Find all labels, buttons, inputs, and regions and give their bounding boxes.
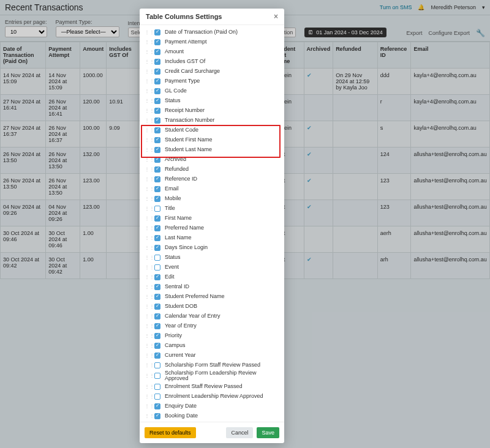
column-option[interactable]: ⋮⋮Email bbox=[143, 184, 281, 194]
column-option[interactable]: ⋮⋮Days Since Login bbox=[143, 243, 281, 253]
reset-defaults-button[interactable]: Reset to defaults bbox=[145, 427, 196, 438]
drag-handle-icon[interactable]: ⋮⋮ bbox=[145, 216, 149, 221]
column-option[interactable]: ⋮⋮Student DOB bbox=[143, 302, 281, 312]
drag-handle-icon[interactable]: ⋮⋮ bbox=[145, 324, 149, 329]
drag-handle-icon[interactable]: ⋮⋮ bbox=[145, 108, 149, 113]
drag-handle-icon[interactable]: ⋮⋮ bbox=[145, 255, 149, 260]
column-checkbox[interactable] bbox=[154, 333, 160, 339]
column-option[interactable]: ⋮⋮Student First Name bbox=[143, 135, 281, 145]
column-option[interactable]: ⋮⋮Preferred Name bbox=[143, 223, 281, 233]
column-option[interactable]: ⋮⋮Reference ID bbox=[143, 174, 281, 184]
cancel-button[interactable]: Cancel bbox=[226, 427, 253, 438]
column-checkbox[interactable] bbox=[154, 108, 160, 114]
drag-handle-icon[interactable]: ⋮⋮ bbox=[145, 353, 149, 358]
drag-handle-icon[interactable]: ⋮⋮ bbox=[145, 285, 149, 289]
column-option[interactable]: ⋮⋮Refunded bbox=[143, 165, 281, 174]
column-checkbox[interactable] bbox=[154, 88, 160, 94]
drag-handle-icon[interactable]: ⋮⋮ bbox=[145, 99, 149, 103]
column-option[interactable]: ⋮⋮Payment Attempt bbox=[143, 37, 281, 47]
column-option[interactable]: ⋮⋮Receipt Number bbox=[143, 106, 281, 116]
column-option[interactable]: ⋮⋮Student Code bbox=[143, 125, 281, 135]
column-option[interactable]: ⋮⋮Status bbox=[143, 253, 281, 263]
drag-handle-icon[interactable]: ⋮⋮ bbox=[145, 30, 149, 35]
column-option[interactable]: ⋮⋮Calendar Year of Entry bbox=[143, 312, 281, 321]
drag-handle-icon[interactable]: ⋮⋮ bbox=[145, 89, 149, 94]
drag-handle-icon[interactable]: ⋮⋮ bbox=[145, 59, 149, 64]
column-checkbox[interactable] bbox=[154, 284, 160, 290]
drag-handle-icon[interactable]: ⋮⋮ bbox=[145, 226, 149, 231]
drag-handle-icon[interactable]: ⋮⋮ bbox=[145, 414, 149, 419]
save-button[interactable]: Save bbox=[257, 427, 279, 438]
column-option[interactable]: ⋮⋮Includes GST Of bbox=[143, 57, 281, 67]
column-option[interactable]: ⋮⋮Payment Type bbox=[143, 77, 281, 86]
column-checkbox[interactable] bbox=[154, 343, 160, 349]
column-checkbox[interactable] bbox=[154, 39, 160, 45]
column-checkbox[interactable] bbox=[154, 215, 160, 222]
column-checkbox[interactable] bbox=[154, 373, 160, 379]
column-option[interactable]: ⋮⋮Amount bbox=[143, 47, 281, 57]
column-checkbox[interactable] bbox=[154, 69, 160, 75]
column-option[interactable]: ⋮⋮Edit bbox=[143, 272, 281, 282]
column-checkbox[interactable] bbox=[154, 29, 160, 35]
drag-handle-icon[interactable]: ⋮⋮ bbox=[145, 394, 149, 399]
column-option[interactable]: ⋮⋮Year of Entry bbox=[143, 321, 281, 331]
drag-handle-icon[interactable]: ⋮⋮ bbox=[145, 265, 149, 270]
drag-handle-icon[interactable]: ⋮⋮ bbox=[145, 343, 149, 348]
column-checkbox[interactable] bbox=[154, 394, 160, 400]
column-checkbox[interactable] bbox=[154, 294, 160, 300]
column-checkbox[interactable] bbox=[154, 166, 160, 173]
column-option[interactable]: ⋮⋮Transaction Number bbox=[143, 116, 281, 125]
column-option[interactable]: ⋮⋮Status bbox=[143, 96, 281, 106]
drag-handle-icon[interactable]: ⋮⋮ bbox=[145, 373, 149, 378]
column-option[interactable]: ⋮⋮Booking Date bbox=[143, 411, 281, 421]
column-checkbox[interactable] bbox=[154, 245, 160, 251]
column-checkbox[interactable] bbox=[154, 225, 160, 231]
column-checkbox[interactable] bbox=[154, 98, 160, 104]
column-option[interactable]: ⋮⋮Campus bbox=[143, 341, 281, 351]
drag-handle-icon[interactable]: ⋮⋮ bbox=[145, 245, 149, 250]
column-option[interactable]: ⋮⋮Priority bbox=[143, 331, 281, 341]
drag-handle-icon[interactable]: ⋮⋮ bbox=[145, 275, 149, 280]
column-option[interactable]: ⋮⋮Enrolment Staff Review Passed bbox=[143, 382, 281, 392]
column-checkbox[interactable] bbox=[154, 157, 160, 163]
column-checkbox[interactable] bbox=[154, 78, 160, 84]
column-option[interactable]: ⋮⋮GL Code bbox=[143, 86, 281, 96]
column-checkbox[interactable] bbox=[154, 304, 160, 310]
column-checkbox[interactable] bbox=[154, 235, 160, 241]
column-option[interactable]: ⋮⋮Event bbox=[143, 263, 281, 272]
column-checkbox[interactable] bbox=[154, 323, 160, 329]
column-option[interactable]: ⋮⋮Student Last Name bbox=[143, 145, 281, 155]
column-option[interactable]: ⋮⋮First Name bbox=[143, 214, 281, 223]
drag-handle-icon[interactable]: ⋮⋮ bbox=[145, 294, 149, 299]
drag-handle-icon[interactable]: ⋮⋮ bbox=[145, 314, 149, 319]
column-option[interactable]: ⋮⋮Mobile bbox=[143, 194, 281, 204]
column-checkbox[interactable] bbox=[154, 49, 160, 55]
column-checkbox[interactable] bbox=[154, 313, 160, 319]
column-checkbox[interactable] bbox=[154, 264, 160, 271]
drag-handle-icon[interactable]: ⋮⋮ bbox=[145, 118, 149, 123]
column-option[interactable]: ⋮⋮Sentral ID bbox=[143, 282, 281, 292]
column-checkbox[interactable] bbox=[154, 413, 160, 419]
drag-handle-icon[interactable]: ⋮⋮ bbox=[145, 50, 149, 54]
column-checkbox[interactable] bbox=[154, 137, 160, 143]
drag-handle-icon[interactable]: ⋮⋮ bbox=[145, 157, 149, 162]
column-option[interactable]: ⋮⋮Scholarship Form Staff Review Passed bbox=[143, 360, 281, 370]
drag-handle-icon[interactable]: ⋮⋮ bbox=[145, 404, 149, 409]
column-checkbox[interactable] bbox=[154, 176, 160, 182]
drag-handle-icon[interactable]: ⋮⋮ bbox=[145, 334, 149, 338]
column-checkbox[interactable] bbox=[154, 403, 160, 409]
column-option[interactable]: ⋮⋮Student Preferred Name bbox=[143, 292, 281, 302]
drag-handle-icon[interactable]: ⋮⋮ bbox=[145, 79, 149, 84]
drag-handle-icon[interactable]: ⋮⋮ bbox=[145, 187, 149, 192]
drag-handle-icon[interactable]: ⋮⋮ bbox=[145, 40, 149, 45]
column-checkbox[interactable] bbox=[154, 118, 160, 124]
drag-handle-icon[interactable]: ⋮⋮ bbox=[145, 384, 149, 389]
column-option[interactable]: ⋮⋮Enquiry Date bbox=[143, 401, 281, 411]
column-checkbox[interactable] bbox=[154, 362, 160, 368]
drag-handle-icon[interactable]: ⋮⋮ bbox=[145, 304, 149, 309]
column-checkbox[interactable] bbox=[154, 186, 160, 192]
column-option[interactable]: ⋮⋮Enrolment Leadership Review Approved bbox=[143, 392, 281, 401]
column-checkbox[interactable] bbox=[154, 274, 160, 280]
column-option[interactable]: ⋮⋮Date of Transaction (Paid On) bbox=[143, 28, 281, 37]
column-checkbox[interactable] bbox=[154, 353, 160, 359]
